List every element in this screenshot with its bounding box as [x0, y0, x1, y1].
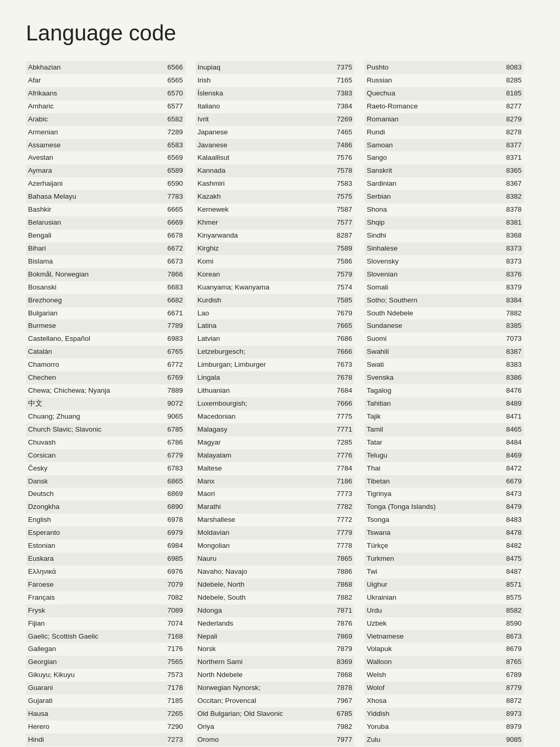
list-item: Tahitian8489	[365, 397, 524, 410]
language-name: Kashmiri	[198, 178, 337, 189]
language-name: North Ndebele	[198, 670, 337, 681]
list-item: Navaho; Navajo7886	[195, 565, 355, 578]
language-name: Swati	[367, 359, 506, 370]
language-code: 7168	[167, 631, 183, 642]
language-code: 7782	[337, 502, 352, 513]
list-item: Yiddish8973	[365, 708, 524, 721]
list-item: Moldavian7779	[195, 527, 355, 540]
list-item: Estonian6984	[26, 540, 185, 552]
language-code: 7486	[337, 140, 352, 151]
language-code: 6865	[167, 476, 183, 487]
language-name: Kirghiz	[198, 243, 337, 254]
language-code: 8476	[506, 385, 522, 396]
language-name: Occitan; Provencal	[198, 696, 337, 707]
list-item: Japanese7465	[195, 126, 355, 139]
language-code: 8287	[337, 230, 352, 241]
language-name: Brezhoneg	[28, 295, 167, 306]
list-item: Tatar8484	[365, 436, 524, 449]
language-name: Afrikaans	[28, 88, 167, 99]
language-code: 7383	[337, 88, 352, 99]
list-item: Javanese7486	[195, 139, 355, 152]
language-name: Ndonga	[198, 605, 337, 616]
language-code: 7186	[337, 476, 352, 487]
list-item: Xhosa8872	[365, 695, 524, 708]
list-item: Magyar7285	[195, 436, 355, 449]
list-item: Wolof8779	[365, 682, 524, 695]
list-item: Tonga (Tonga Islands)8479	[365, 501, 524, 514]
language-code: 6979	[167, 528, 183, 538]
language-name: Yiddish	[367, 709, 506, 720]
language-name: Korean	[198, 269, 337, 280]
language-code: 7269	[337, 114, 352, 125]
list-item: Malayalam7776	[195, 449, 355, 462]
language-code: 7866	[167, 269, 183, 280]
list-item: Gikuyu; Kikuyu7573	[26, 669, 185, 682]
list-item: Suomi7073	[365, 333, 524, 345]
language-name: Bashkir	[28, 204, 167, 215]
language-code: 7673	[337, 359, 352, 370]
list-item: Maori7773	[195, 488, 355, 501]
language-code: 7868	[337, 579, 352, 590]
language-code: 8469	[506, 450, 522, 461]
language-code: 7082	[167, 592, 183, 603]
language-name: Latvian	[198, 334, 337, 344]
language-name: Abkhazian	[28, 62, 167, 73]
language-name: Kurdish	[198, 295, 337, 306]
language-name: Vietnamese	[367, 631, 506, 642]
language-name: Sotho; Southern	[367, 295, 506, 306]
language-name: Javanese	[198, 140, 337, 151]
language-code: 7574	[337, 282, 352, 293]
language-code: 7583	[337, 178, 352, 189]
list-item: Guarani7178	[26, 682, 185, 695]
list-item: Kannada7578	[195, 164, 355, 177]
language-name: Tsonga	[367, 515, 506, 525]
language-name: Bulgarian	[28, 308, 167, 319]
language-code: 7886	[337, 566, 352, 577]
language-code: 8571	[506, 579, 522, 590]
language-name: Afar	[28, 75, 167, 86]
list-item: Tagalog8476	[365, 384, 524, 397]
list-item: Italiano7384	[195, 100, 355, 113]
language-name: Uzbek	[367, 618, 506, 629]
language-name: Esperanto	[28, 528, 167, 538]
list-item: Raeto-Romance8277	[365, 100, 524, 113]
language-code: 6983	[167, 334, 183, 344]
list-item: Tsonga8483	[365, 514, 524, 527]
language-name: Chewa; Chichewa; Nyanja	[28, 385, 167, 396]
language-name: Euskara	[28, 554, 167, 564]
language-name: Yoruba	[367, 722, 506, 732]
language-code: 7273	[167, 735, 183, 745]
list-item: Deutsch6869	[26, 488, 185, 501]
list-item: Svenska8386	[365, 371, 524, 384]
language-name: Svenska	[367, 372, 506, 383]
list-item: Urdu8582	[365, 604, 524, 617]
list-item: Marshallese7772	[195, 514, 355, 527]
list-item: Swati8383	[365, 358, 524, 371]
list-item: Luxembourgish;7666	[195, 397, 355, 410]
list-item: Kuanyama; Kwanyama7574	[195, 281, 355, 294]
list-item: Abkhazian6566	[26, 61, 185, 74]
language-code: 7576	[337, 153, 352, 163]
language-code: 7586	[337, 256, 352, 267]
language-name: Lingala	[198, 372, 337, 383]
language-code: 7265	[167, 709, 183, 720]
language-name: Amharic	[28, 101, 167, 112]
language-name: Aymara	[28, 165, 167, 176]
list-item: Latvian7686	[195, 333, 355, 345]
language-code: 6779	[167, 450, 183, 461]
language-code: 6890	[167, 502, 183, 513]
language-code: 8765	[506, 657, 522, 668]
list-item: Herero7290	[26, 721, 185, 734]
language-code: 8373	[506, 256, 522, 267]
language-code: 6985	[167, 554, 183, 564]
list-item: Arabic6582	[26, 113, 185, 126]
language-code: 7079	[167, 579, 183, 590]
column-2: Inupiaq7375Irish7165Íslenska7383Italiano…	[195, 61, 365, 747]
list-item: Bengali6678	[26, 229, 185, 242]
list-item: Sotho; Southern8384	[365, 294, 524, 307]
language-name: Norwegian Nynorsk;	[198, 683, 337, 694]
list-item: Esperanto6979	[26, 527, 185, 540]
language-code: 8384	[506, 295, 522, 306]
list-item: Quechua8185	[365, 87, 524, 100]
language-name: Latina	[198, 321, 337, 331]
